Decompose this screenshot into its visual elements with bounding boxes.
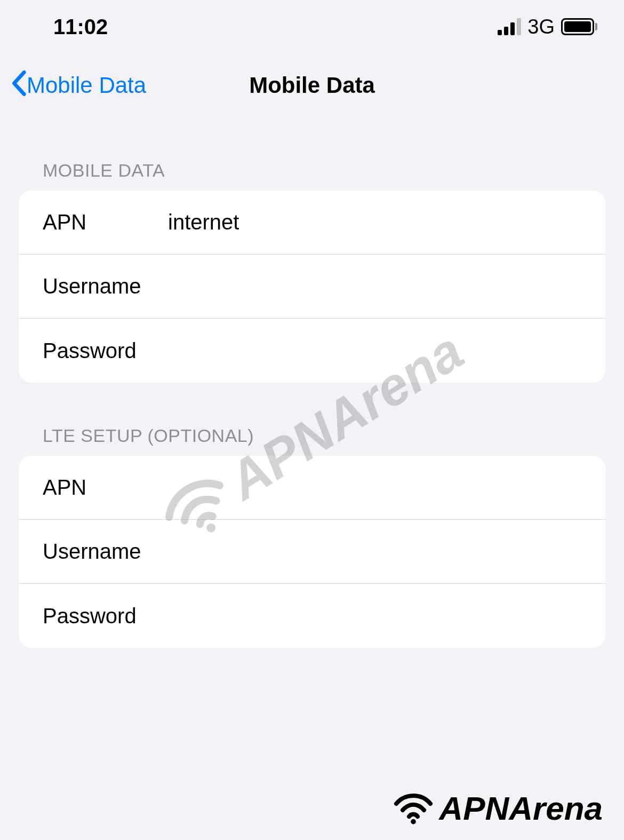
page-title: Mobile Data [249, 73, 375, 98]
status-indicators: 3G [498, 15, 597, 38]
row-label-lte-password: Password [43, 604, 168, 628]
row-apn[interactable]: APN [19, 191, 605, 255]
wifi-icon [392, 787, 435, 829]
row-label-username: Username [43, 274, 168, 298]
apn-input[interactable] [168, 210, 581, 234]
row-lte-username[interactable]: Username [19, 520, 605, 584]
row-lte-apn[interactable]: APN [19, 456, 605, 520]
row-label-password: Password [43, 339, 168, 363]
back-label: Mobile Data [27, 73, 146, 98]
row-password[interactable]: Password [19, 319, 605, 383]
row-label-lte-username: Username [43, 540, 168, 564]
battery-icon [561, 18, 597, 35]
status-time: 11:02 [53, 15, 108, 39]
svg-point-1 [411, 819, 417, 825]
password-input[interactable] [168, 339, 581, 363]
row-username[interactable]: Username [19, 255, 605, 319]
lte-apn-input[interactable] [168, 476, 581, 500]
watermark-text: APNArena [439, 789, 603, 827]
watermark-bottom: APNArena [392, 787, 603, 829]
section-header-lte-setup: LTE SETUP (OPTIONAL) [19, 425, 605, 446]
content: MOBILE DATA APN Username Password LTE SE… [0, 160, 624, 648]
navigation-bar: Mobile Data Mobile Data [0, 53, 624, 117]
lte-password-input[interactable] [168, 604, 581, 628]
chevron-left-icon [11, 69, 27, 101]
lte-username-input[interactable] [168, 540, 581, 564]
group-mobile-data: APN Username Password [19, 191, 605, 383]
username-input[interactable] [168, 274, 581, 298]
cellular-signal-icon [498, 18, 521, 35]
row-label-lte-apn: APN [43, 476, 168, 500]
network-type: 3G [527, 15, 555, 38]
back-button[interactable]: Mobile Data [11, 69, 146, 101]
status-bar: 11:02 3G [0, 0, 624, 53]
group-lte-setup: APN Username Password [19, 456, 605, 648]
row-label-apn: APN [43, 210, 168, 234]
row-lte-password[interactable]: Password [19, 584, 605, 648]
section-header-mobile-data: MOBILE DATA [19, 160, 605, 181]
